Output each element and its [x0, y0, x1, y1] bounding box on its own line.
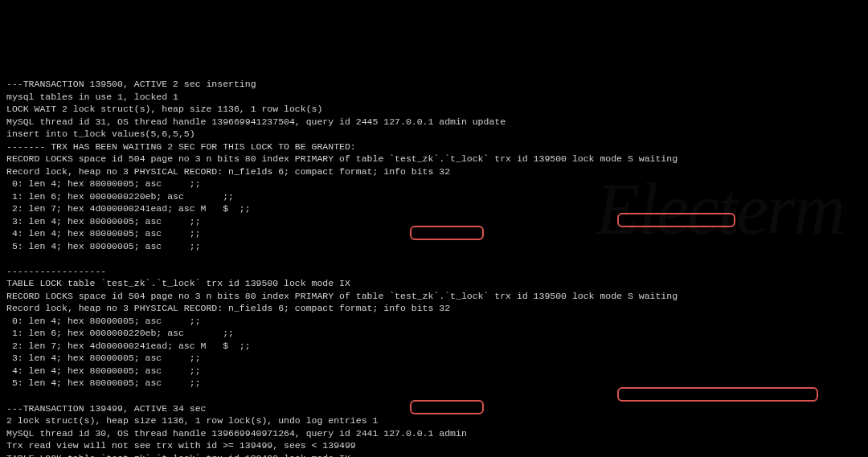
terminal-line: mysql tables in use 1, locked 1	[6, 91, 862, 104]
terminal-line: ---TRANSACTION 139500, ACTIVE 2 sec inse…	[6, 78, 862, 91]
terminal-line: RECORD LOCKS space id 504 page no 3 n bi…	[6, 153, 862, 165]
terminal-line: 2: len 7; hex 4d000000241ead; asc M $ ;;	[6, 340, 862, 353]
terminal-line: 3: len 4; hex 80000005; asc ;;	[6, 352, 862, 365]
terminal-line: Record lock, heap no 3 PHYSICAL RECORD: …	[6, 165, 862, 178]
terminal-line: 0: len 4; hex 80000005; asc ;;	[6, 177, 862, 190]
terminal-line: RECORD LOCKS space id 504 page no 3 n bi…	[6, 290, 862, 303]
terminal-line: 5: len 4; hex 80000005; asc ;;	[6, 377, 862, 390]
terminal-output: ---TRANSACTION 139500, ACTIVE 2 sec inse…	[6, 78, 862, 457]
terminal-line: LOCK WAIT 2 lock struct(s), heap size 11…	[6, 103, 862, 116]
terminal-line	[6, 252, 862, 265]
terminal-line: 1: len 6; hex 0000000220eb; asc ;;	[6, 327, 862, 340]
terminal-line: ---TRANSACTION 139499, ACTIVE 34 sec	[6, 402, 862, 415]
terminal-line: TABLE LOCK table `test_zk`.`t_lock` trx …	[6, 277, 862, 290]
terminal-line: 0: len 4; hex 80000005; asc ;;	[6, 315, 862, 328]
terminal-line: 2 lock struct(s), heap size 1136, 1 row …	[6, 414, 862, 427]
terminal-line: MySQL thread id 31, OS thread handle 139…	[6, 116, 862, 129]
terminal-line: 4: len 4; hex 80000005; asc ;;	[6, 227, 862, 240]
terminal-line: MySQL thread id 30, OS thread handle 139…	[6, 427, 862, 440]
terminal-line: Trx read view will not see trx with id >…	[6, 439, 862, 452]
terminal-line: 3: len 4; hex 80000005; asc ;;	[6, 215, 862, 228]
terminal-line: 5: len 4; hex 80000005; asc ;;	[6, 240, 862, 253]
terminal-line: ------------------	[6, 265, 862, 278]
terminal-line: TABLE LOCK table `test_zk`.`t_lock` trx …	[6, 452, 862, 457]
terminal-line	[6, 390, 862, 402]
terminal-line: 1: len 6; hex 0000000220eb; asc ;;	[6, 190, 862, 203]
terminal-line: ------- TRX HAS BEEN WAITING 2 SEC FOR T…	[6, 141, 862, 153]
terminal-line: 2: len 7; hex 4d000000241ead; asc M $ ;;	[6, 202, 862, 215]
terminal-line: 4: len 4; hex 80000005; asc ;;	[6, 365, 862, 377]
terminal-line: insert into t_lock values(5,6,5,5)	[6, 128, 862, 141]
terminal-line: Record lock, heap no 3 PHYSICAL RECORD: …	[6, 302, 862, 315]
